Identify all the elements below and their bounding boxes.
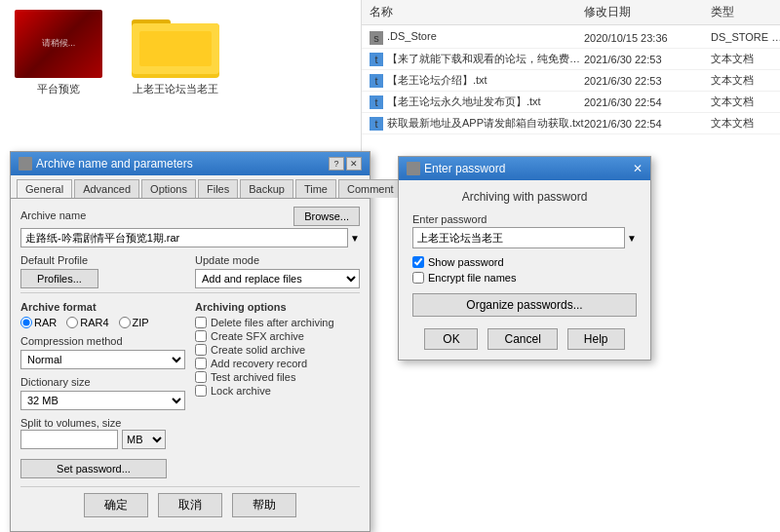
- file-date: 2021/6/30 22:54: [584, 96, 711, 108]
- archive-dialog-body: Archive name Browse... ▼ document.queryS…: [11, 199, 370, 531]
- file-name: t【老王论坛介绍】.txt: [370, 73, 584, 88]
- password-dialog-body: Archiving with password Enter password ▼…: [399, 180, 650, 360]
- opt-lock-checkbox[interactable]: [195, 385, 207, 397]
- radio-rar4[interactable]: RAR4: [66, 317, 108, 328]
- ok-button[interactable]: 确定: [84, 493, 148, 517]
- tab-general[interactable]: General: [17, 179, 72, 198]
- col-type: 类型: [711, 4, 780, 20]
- file-row[interactable]: t【来了就能下载和观看的论坛，纯免费！... 2021/6/30 22:53 文…: [362, 49, 780, 70]
- organize-passwords-button[interactable]: Organize passwords...: [412, 293, 637, 317]
- cancel-button[interactable]: 取消: [158, 493, 222, 517]
- opt-delete-checkbox[interactable]: [195, 317, 207, 328]
- opt-solid-checkbox[interactable]: [195, 344, 207, 356]
- photo-thumbnail: 请稍候...: [15, 10, 102, 78]
- thumbnails-area: 请稍候... 平台预览 上老王论坛当老王: [10, 10, 224, 96]
- archive-dialog: Archive name and parameters ? ✕ General …: [10, 151, 370, 532]
- profiles-button[interactable]: Profiles...: [20, 269, 98, 288]
- thumb-folder[interactable]: 上老王论坛当老王: [127, 10, 224, 96]
- file-date: 2021/6/30 22:53: [584, 54, 711, 65]
- close-button[interactable]: ✕: [346, 157, 362, 171]
- option-recovery: Add recovery record: [195, 358, 360, 369]
- radio-rar-input[interactable]: [20, 317, 32, 328]
- radio-rar4-input[interactable]: [66, 317, 78, 328]
- show-password-checkbox[interactable]: [412, 256, 424, 268]
- pwd-close-btn[interactable]: ✕: [633, 162, 643, 175]
- option-delete: Delete files after archiving: [195, 317, 360, 328]
- thumb-folder-label: 上老王论坛当老王: [133, 82, 218, 96]
- pwd-dropdown-icon[interactable]: ▼: [627, 233, 637, 244]
- file-type: 文本文档: [711, 52, 780, 66]
- file-name: t【老王论坛永久地址发布页】.txt: [370, 95, 584, 109]
- tab-advanced[interactable]: Advanced: [74, 179, 139, 198]
- file-row[interactable]: t【老王论坛永久地址发布页】.txt 2021/6/30 22:54 文本文档: [362, 92, 780, 113]
- rar-icon: [19, 157, 32, 171]
- password-input[interactable]: [412, 227, 625, 248]
- opt-sfx-checkbox[interactable]: [195, 330, 207, 342]
- tab-time[interactable]: Time: [295, 179, 336, 198]
- radio-zip[interactable]: ZIP: [119, 317, 149, 328]
- section-right-2: Archiving options Delete files after arc…: [195, 297, 360, 399]
- col-date: 修改日期: [584, 4, 711, 20]
- pwd-ok-button[interactable]: OK: [424, 328, 478, 350]
- file-list-rows: s.DS_Store 2020/10/15 23:36 DS_STORE 文..…: [362, 25, 780, 136]
- compression-select[interactable]: Normal: [20, 350, 185, 369]
- password-dialog-title: Enter password: [424, 162, 505, 175]
- section-left-2: Archive format RAR RAR4 ZIP Comp: [20, 297, 185, 478]
- archive-dialog-title: Archive name and parameters: [36, 157, 193, 171]
- pwd-help-button[interactable]: Help: [567, 328, 625, 350]
- archive-name-dropdown-icon[interactable]: ▼: [350, 233, 360, 244]
- file-row[interactable]: s.DS_Store 2020/10/15 23:36 DS_STORE 文..…: [362, 27, 780, 49]
- set-password-button[interactable]: Set password...: [20, 459, 167, 478]
- option-solid: Create solid archive: [195, 344, 360, 356]
- file-type: DS_STORE 文...: [711, 30, 780, 45]
- opt-recovery-checkbox[interactable]: [195, 358, 207, 369]
- split-row: MB: [20, 430, 185, 449]
- tab-comment[interactable]: Comment: [338, 179, 403, 198]
- encrypt-filenames-row: Encrypt file names: [412, 272, 637, 284]
- option-sfx: Create SFX archive: [195, 330, 360, 342]
- split-label: Split to volumes, size: [20, 417, 121, 429]
- split-input[interactable]: [20, 430, 118, 449]
- tab-options[interactable]: Options: [141, 179, 196, 198]
- tab-files[interactable]: Files: [198, 179, 238, 198]
- option-lock: Lock archive: [195, 385, 360, 397]
- encrypt-filenames-label: Encrypt file names: [428, 272, 516, 284]
- radio-rar[interactable]: RAR: [20, 317, 57, 328]
- dictionary-select[interactable]: 32 MB: [20, 391, 185, 410]
- archive-name-label: Archive name: [20, 209, 86, 221]
- file-row[interactable]: t获取最新地址及APP请发邮箱自动获取.txt 2021/6/30 22:54 …: [362, 113, 780, 134]
- pwd-label: Enter password: [412, 213, 637, 225]
- thumb-photo[interactable]: 请稍候... 平台预览: [10, 10, 107, 96]
- opt-test-checkbox[interactable]: [195, 371, 207, 383]
- window-controls: ? ✕: [329, 157, 362, 171]
- section-row-2: Archive format RAR RAR4 ZIP Comp: [20, 297, 360, 478]
- section-right: Update mode Add and replace files: [195, 253, 360, 288]
- password-dialog-buttons: OK Cancel Help: [412, 328, 637, 350]
- file-row[interactable]: t【老王论坛介绍】.txt 2021/6/30 22:53 文本文档: [362, 70, 780, 92]
- archive-dialog-buttons: 确定 取消 帮助: [20, 486, 360, 523]
- encrypt-filenames-checkbox[interactable]: [412, 272, 424, 284]
- file-name: t【来了就能下载和观看的论坛，纯免费！...: [370, 52, 584, 66]
- file-type: 文本文档: [711, 95, 780, 109]
- archive-format-group: RAR RAR4 ZIP: [20, 317, 185, 328]
- svg-rect-3: [139, 31, 212, 66]
- archive-dialog-titlebar: Archive name and parameters ? ✕: [11, 152, 370, 175]
- compression-label: Compression method: [20, 335, 123, 347]
- browse-button[interactable]: Browse...: [293, 207, 360, 226]
- option-test: Test archived files: [195, 371, 360, 383]
- file-type: 文本文档: [711, 73, 780, 88]
- help-button[interactable]: 帮助: [232, 493, 296, 517]
- tab-backup[interactable]: Backup: [240, 179, 293, 198]
- col-name: 名称: [370, 4, 584, 20]
- radio-zip-input[interactable]: [119, 317, 131, 328]
- split-unit-select[interactable]: MB: [122, 430, 166, 449]
- pwd-rar-icon: [407, 162, 420, 175]
- minimize-button[interactable]: ?: [329, 157, 344, 171]
- update-mode-select[interactable]: Add and replace files: [195, 269, 360, 288]
- archive-format-label: Archive format: [20, 301, 185, 313]
- password-dialog-titlebar: Enter password ✕: [399, 157, 650, 180]
- archive-name-input[interactable]: [20, 228, 348, 247]
- pwd-cancel-button[interactable]: Cancel: [488, 328, 557, 350]
- update-mode-label: Update mode: [195, 254, 259, 266]
- thumb-photo-label: 平台预览: [37, 82, 80, 96]
